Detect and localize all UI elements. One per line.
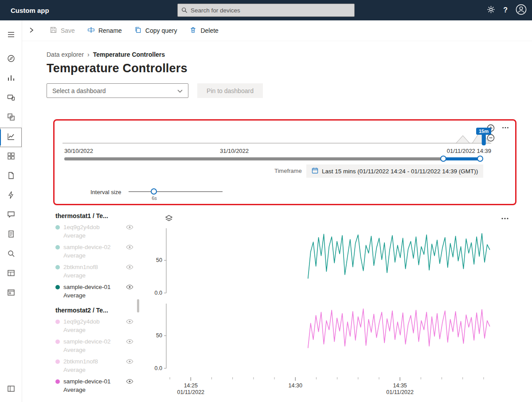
- rename-button[interactable]: Rename: [87, 26, 122, 35]
- layers-button[interactable]: [164, 214, 173, 224]
- chevron-right-icon: [28, 27, 35, 35]
- visibility-eye-icon[interactable]: [126, 319, 133, 324]
- legend-scrollbar[interactable]: [137, 299, 139, 312]
- legend-item: 2btkmn1nof8Average: [55, 357, 140, 374]
- page-title: Temperature Controllers: [47, 62, 516, 75]
- availability-timeline[interactable]: 15m: [63, 128, 491, 148]
- series-aggregation: Average: [63, 346, 140, 354]
- window-icon: [7, 288, 16, 299]
- board-icon: [7, 269, 16, 279]
- breadcrumb: Data explorer › Temperature Controllers: [47, 51, 516, 58]
- chevron-down-icon: [177, 87, 183, 94]
- search-input[interactable]: [191, 7, 351, 14]
- svg-text:0.0: 0.0: [155, 290, 162, 296]
- rail-item-devices[interactable]: [0, 89, 22, 108]
- time-range-panel: 15m 30/10/2022 31/10/2022 01/11/2022 14:…: [53, 119, 516, 205]
- rail-item-analytics[interactable]: [0, 69, 22, 89]
- pin-to-dashboard-button[interactable]: Pin to dashboard: [197, 83, 263, 98]
- document-icon: [7, 230, 16, 240]
- rail-item-menu[interactable]: [0, 26, 22, 45]
- app-title: Custom app: [11, 7, 49, 14]
- rail-item-audit-logs[interactable]: [0, 225, 22, 245]
- interval-slider-handle[interactable]: [151, 188, 157, 195]
- series-color-dot: [55, 340, 60, 344]
- save-icon: [50, 26, 57, 35]
- dashboard-select[interactable]: Select a dashboard: [47, 83, 188, 98]
- svg-text:14:30: 14:30: [289, 382, 302, 389]
- date-label-mid: 31/10/2022: [220, 148, 249, 154]
- timeline-more-icon[interactable]: [501, 125, 509, 133]
- question-icon: ?: [503, 6, 508, 14]
- series-aggregation: Average: [63, 231, 140, 240]
- breadcrumb-data-explorer[interactable]: Data explorer: [47, 51, 84, 58]
- rail-item-device-groups[interactable]: [0, 108, 22, 128]
- visibility-eye-icon[interactable]: [126, 339, 133, 344]
- series-color-dot: [55, 379, 60, 384]
- brush-end-handle[interactable]: [477, 156, 483, 162]
- breadcrumb-current: Temperature Controllers: [93, 51, 165, 58]
- timeframe-value: Last 15 mins (01/11/2022 14:24 - 01/11/2…: [322, 168, 478, 175]
- copy-query-button[interactable]: Copy query: [134, 26, 177, 35]
- visibility-eye-icon[interactable]: [126, 379, 133, 384]
- brush-start-handle[interactable]: [440, 156, 446, 162]
- rail-item-edge-manifests[interactable]: [0, 264, 22, 284]
- save-button[interactable]: Save: [50, 26, 75, 35]
- rail-item-data-explorer[interactable]: [0, 128, 22, 147]
- series-device-name: 1eq9g2y4dob: [63, 318, 122, 325]
- line-chart-thermostat1[interactable]: 500.0: [140, 226, 516, 301]
- brush-track[interactable]: [64, 157, 481, 160]
- range-duration-badge[interactable]: 15m: [476, 128, 491, 135]
- brush-selected-range[interactable]: [442, 157, 481, 160]
- rail-item-device-templates[interactable]: [0, 245, 22, 264]
- rail-item-overview[interactable]: [0, 50, 22, 69]
- calendar-icon: [312, 167, 318, 175]
- visibility-eye-icon[interactable]: [126, 359, 133, 364]
- device-search[interactable]: [177, 4, 355, 17]
- visibility-eye-icon[interactable]: [126, 245, 133, 250]
- rail-item-dashboards[interactable]: [0, 147, 22, 167]
- grid-icon: [7, 152, 16, 162]
- legend-group-1: thermostat2 / Te...1eq9g2y4dobAveragesam…: [47, 307, 140, 394]
- bar-chart-icon: [7, 74, 16, 84]
- line-chart-thermostat2[interactable]: 500.0: [140, 302, 516, 376]
- rail-item-forms[interactable]: [0, 167, 22, 186]
- rail-item-customization[interactable]: [0, 380, 22, 399]
- series-device-name: sample-device-02: [63, 338, 122, 345]
- account-button[interactable]: [516, 4, 527, 16]
- legend-item: sample-device-02Average: [55, 243, 140, 260]
- svg-text:14:25: 14:25: [184, 382, 198, 389]
- settings-button[interactable]: [487, 5, 495, 15]
- breadcrumb-separator-icon: ›: [87, 51, 90, 58]
- visibility-eye-icon[interactable]: [126, 285, 133, 289]
- series-device-name: 2btkmn1nof8: [63, 264, 122, 270]
- visibility-eye-icon[interactable]: [126, 265, 133, 269]
- series-aggregation: Average: [63, 251, 140, 260]
- svg-text:50: 50: [156, 332, 162, 339]
- rail-item-application[interactable]: [0, 284, 22, 303]
- svg-text:14:35: 14:35: [393, 382, 407, 389]
- interval-value: 6s: [151, 195, 158, 201]
- time-brush[interactable]: [64, 156, 481, 162]
- date-label-start: 30/10/2022: [64, 148, 93, 154]
- rail-item-rules[interactable]: [0, 206, 22, 225]
- series-device-name: sample-device-01: [63, 378, 122, 385]
- chart-more-icon[interactable]: [501, 214, 509, 224]
- interval-slider-track[interactable]: [129, 191, 223, 192]
- help-button[interactable]: ?: [503, 6, 508, 14]
- legend-group-title: thermostat2 / Te...: [55, 307, 140, 314]
- timeline-date-labels: 30/10/2022 31/10/2022 01/11/2022 14:39: [55, 148, 515, 155]
- expand-panel-button[interactable]: [28, 27, 35, 35]
- interval-slider[interactable]: 6s: [129, 186, 223, 201]
- timeframe-picker[interactable]: Last 15 mins (01/11/2022 14:24 - 01/11/2…: [306, 164, 483, 178]
- range-grab-handle[interactable]: [482, 133, 486, 145]
- chart-toolbar: [140, 211, 516, 226]
- series-device-name: 2btkmn1nof8: [63, 358, 122, 365]
- delete-button[interactable]: Delete: [189, 26, 218, 35]
- trash-icon: [189, 26, 197, 35]
- rail-item-jobs[interactable]: [0, 186, 22, 206]
- layers-icon: [164, 218, 173, 224]
- visibility-eye-icon[interactable]: [126, 225, 133, 230]
- legend-item: 2btkmn1nof8Average: [55, 263, 140, 280]
- search-icon: [181, 7, 188, 13]
- svg-text:0.0: 0.0: [155, 365, 162, 371]
